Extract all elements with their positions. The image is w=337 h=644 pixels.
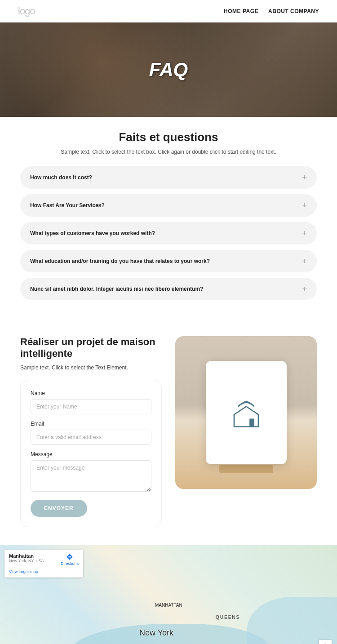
faq-title: Faits et questions	[20, 130, 317, 144]
contact-section: Réaliser un projet de maison intelligent…	[0, 327, 337, 545]
accordion-item[interactable]: What education and/or training do you ha…	[20, 250, 317, 272]
directions-button[interactable]: Directions	[61, 553, 79, 566]
accordion-question: Nunc sit amet nibh dolor. Integer iaculi…	[30, 286, 203, 292]
hero-title: FAQ	[149, 59, 188, 80]
faq-subtitle: Sample text. Click to select the text bo…	[20, 149, 317, 155]
map-label-queens: QUEENS	[216, 615, 240, 620]
contact-right	[175, 336, 317, 527]
hero: FAQ	[0, 22, 337, 117]
plus-icon: +	[302, 257, 307, 265]
accordion-item[interactable]: How much does it cost? +	[20, 166, 317, 189]
accordion-question: What education and/or training do you ha…	[30, 258, 210, 264]
svg-rect-0	[249, 419, 254, 427]
accordion-item[interactable]: What types of customers have you worked …	[20, 222, 317, 244]
tablet-stand	[219, 465, 273, 473]
name-label: Name	[31, 390, 151, 396]
map-section[interactable]: Manhattan New York, NY, USA Directions V…	[0, 545, 337, 644]
nav-home[interactable]: HOME PAGE	[224, 8, 258, 14]
message-input[interactable]	[31, 460, 151, 492]
plus-icon: +	[302, 285, 307, 293]
contact-image	[175, 336, 317, 489]
plus-icon: +	[302, 173, 307, 182]
accordion: How much does it cost? + How Fast Are Yo…	[20, 166, 317, 300]
map-label-manhattan: MANHATTAN	[155, 603, 182, 608]
accordion-question: What types of customers have you worked …	[30, 230, 155, 236]
accordion-item[interactable]: Nunc sit amet nibh dolor. Integer iaculi…	[20, 278, 317, 300]
map-label-newyork: New York	[139, 628, 173, 638]
zoom-in-button[interactable]: +	[319, 640, 332, 644]
directions-label: Directions	[61, 561, 79, 566]
accordion-item[interactable]: How Fast Are Your Services? +	[20, 194, 317, 217]
map-card-title: Manhattan	[9, 553, 44, 559]
plus-icon: +	[302, 229, 307, 237]
accordion-question: How much does it cost?	[30, 174, 92, 181]
email-input[interactable]	[31, 430, 151, 445]
name-input[interactable]	[31, 399, 151, 414]
map-card-subtitle: New York, NY, USA	[9, 559, 44, 563]
nav: HOME PAGE ABOUT COMPANY	[224, 8, 319, 14]
nav-about[interactable]: ABOUT COMPANY	[268, 8, 319, 14]
contact-title: Réaliser un projet de maison intelligent…	[20, 336, 162, 360]
contact-form: Name Email Message ENVOYER	[20, 380, 162, 527]
smart-house-icon	[226, 392, 266, 433]
accordion-question: How Fast Are Your Services?	[30, 202, 105, 209]
message-label: Message	[31, 451, 151, 457]
view-larger-map-link[interactable]: View larger map	[9, 569, 79, 574]
logo[interactable]: logo	[18, 5, 35, 17]
contact-subtitle: Sample text. Click to select the Text El…	[20, 364, 162, 371]
contact-left: Réaliser un projet de maison intelligent…	[20, 336, 162, 527]
header: logo HOME PAGE ABOUT COMPANY	[0, 0, 337, 22]
faq-section: Faits et questions Sample text. Click to…	[0, 117, 337, 327]
map-info-card: Manhattan New York, NY, USA Directions V…	[4, 550, 83, 577]
email-label: Email	[31, 421, 151, 427]
map-zoom-controls: + −	[319, 640, 332, 644]
plus-icon: +	[302, 201, 307, 209]
submit-button[interactable]: ENVOYER	[31, 500, 87, 517]
tablet-mockup	[206, 361, 287, 464]
